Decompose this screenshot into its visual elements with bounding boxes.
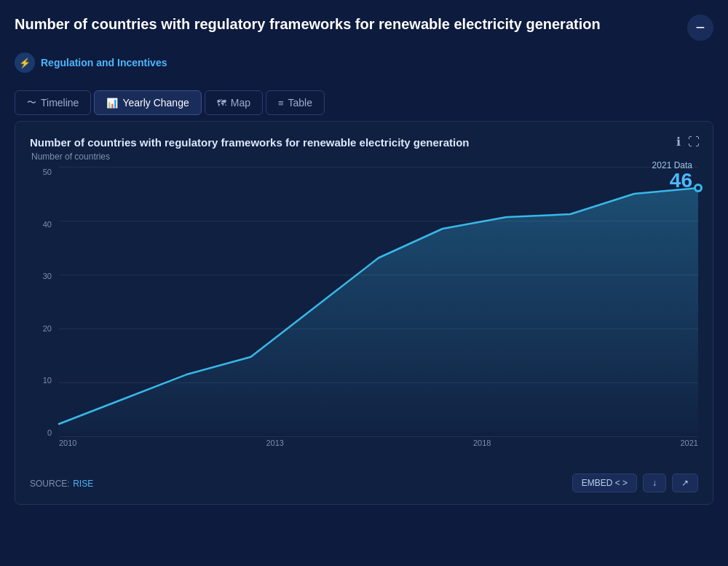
source-label: SOURCE: [30,479,70,489]
chart-icon-buttons: ℹ ⛶ [676,135,700,149]
chart-area: 0 10 20 30 40 50 2021 Data 46 [30,168,698,459]
map-icon: 🗺 [217,98,226,109]
tab-table[interactable]: ≡ Table [266,90,325,115]
chart-area-fill [59,188,698,431]
yearly-change-icon: 📊 [106,98,118,109]
footer-buttons: EMBED < > ↓ ↗ [572,473,698,492]
info-button[interactable]: ℹ [676,135,681,149]
share-button[interactable]: ↗ [672,473,698,492]
timeline-icon: 〜 [27,96,36,109]
line-chart-svg [59,168,698,437]
tab-timeline-label: Timeline [41,97,79,109]
data-label-value: 46 [652,170,692,191]
chart-title: Number of countries with regulatory fram… [30,136,627,149]
grid-30 [59,275,698,275]
download-button[interactable]: ↓ [643,473,666,492]
data-label: 2021 Data 46 [652,160,692,191]
x-tick-2018: 2018 [473,439,491,447]
source-link[interactable]: RISE [73,479,93,489]
tag-link[interactable]: Regulation and Incentives [41,57,167,68]
x-tick-2010: 2010 [59,439,76,447]
expand-button[interactable]: ⛶ [688,135,700,149]
chart-container: Number of countries with regulatory fram… [15,121,713,505]
tab-map-label: Map [231,97,250,109]
y-tick-40: 40 [30,220,56,229]
tab-yearly-change-label: Yearly Change [122,97,189,109]
tabs-bar: 〜 Timeline 📊 Yearly Change 🗺 Map ≡ Table [15,90,713,115]
tab-map[interactable]: 🗺 Map [205,90,263,115]
page-title: Number of countries with regulatory fram… [15,15,601,34]
y-tick-0: 0 [30,428,56,437]
share-icon: ↗ [681,478,689,488]
tab-timeline[interactable]: 〜 Timeline [15,90,91,115]
tab-yearly-change[interactable]: 📊 Yearly Change [94,90,201,115]
grid-0 [59,436,698,437]
tag-row: ⚡ Regulation and Incentives [15,52,713,73]
y-tick-30: 30 [30,272,56,280]
collapse-button[interactable]: − [687,15,713,41]
grid-50 [59,167,698,168]
y-axis: 0 10 20 30 40 50 [30,168,56,437]
download-icon: ↓ [652,478,657,488]
y-tick-20: 20 [30,324,56,333]
tab-table-label: Table [288,97,312,109]
grid-40 [59,221,698,221]
y-tick-50: 50 [30,168,56,176]
chart-plot: 2021 Data 46 [59,168,698,437]
source-area: SOURCE: RISE [30,476,93,490]
chart-endpoint-inner [696,186,700,190]
chart-footer: SOURCE: RISE EMBED < > ↓ ↗ [30,468,698,492]
grid-20 [59,329,698,329]
x-tick-2013: 2013 [266,439,284,447]
page-header: Number of countries with regulatory fram… [15,15,713,41]
y-tick-10: 10 [30,376,56,385]
embed-button[interactable]: EMBED < > [572,473,637,492]
x-axis: 2010 2013 2018 2021 [59,439,698,459]
y-axis-label: Number of countries [31,152,698,162]
x-tick-2021: 2021 [681,439,698,447]
grid-10 [59,382,698,383]
table-icon: ≡ [278,98,284,109]
tag-icon: ⚡ [15,52,35,73]
